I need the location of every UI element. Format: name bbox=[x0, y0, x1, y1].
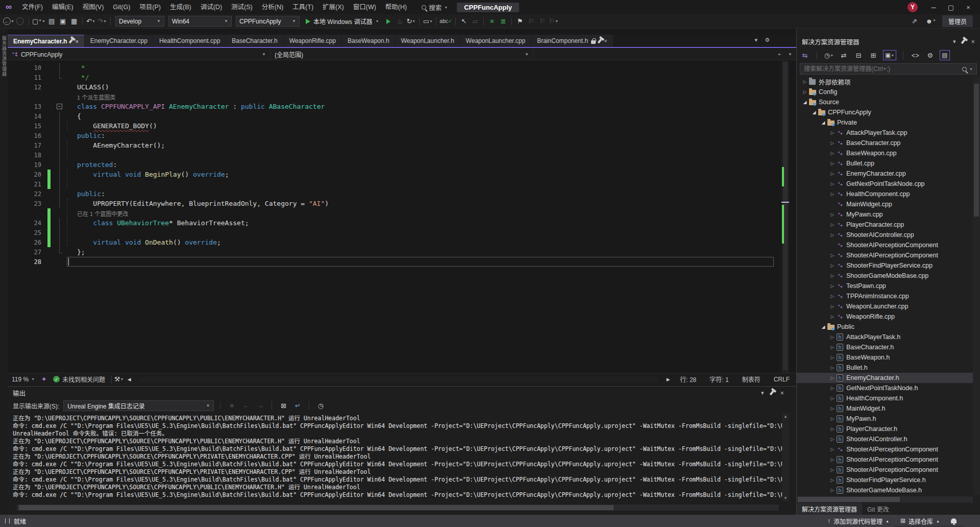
hot-reload-icon[interactable]: ♨ bbox=[395, 16, 405, 27]
solution-search-box[interactable]: ▼ bbox=[800, 63, 977, 75]
document-tab[interactable]: HealthComponent.cpp bbox=[154, 35, 226, 47]
menu-item[interactable]: 调试(D) bbox=[196, 0, 227, 14]
expander-collapsed-icon[interactable]: ▷ bbox=[829, 467, 836, 472]
panel-close-icon[interactable]: × bbox=[780, 389, 784, 397]
expander-collapsed-icon[interactable]: ▷ bbox=[829, 181, 836, 186]
navigate-forward-icon[interactable]: → bbox=[15, 16, 26, 27]
redo-icon[interactable]: ↷▼ bbox=[97, 16, 107, 27]
expander-collapsed-icon[interactable]: ▷ bbox=[829, 304, 836, 309]
code-line[interactable]: 17 AEnemyCharacter(); bbox=[8, 140, 796, 150]
code-line[interactable]: 22public: bbox=[8, 189, 796, 199]
expander-collapsed-icon[interactable]: ▷ bbox=[829, 375, 836, 380]
pin-icon[interactable] bbox=[69, 39, 74, 44]
code-editor[interactable]: 10 *11 */12UCLASS()1 个派生蓝图类13−class CPPF… bbox=[8, 61, 796, 373]
expander-collapsed-icon[interactable]: ▷ bbox=[829, 426, 836, 432]
expander-collapsed-icon[interactable]: ▷ bbox=[829, 437, 836, 442]
collapse-all-icon[interactable]: ⊟ bbox=[853, 50, 864, 61]
zoom-dropdown[interactable]: 119 %▼ bbox=[8, 376, 39, 383]
document-tab[interactable]: BaseWeapon.h bbox=[342, 35, 395, 47]
tree-item[interactable]: ▷hShooterFindPlayerService.h bbox=[797, 475, 973, 485]
column-indicator[interactable]: 字符: 1 bbox=[703, 375, 735, 384]
tree-item[interactable]: ▷⁺₊ShooterAIPerceptionComponent bbox=[797, 250, 973, 260]
expander-collapsed-icon[interactable]: ▷ bbox=[802, 89, 808, 94]
expander-collapsed-icon[interactable]: ▷ bbox=[829, 477, 836, 483]
expander-collapsed-icon[interactable]: ▷ bbox=[829, 191, 836, 197]
save-all-icon[interactable]: ▦ bbox=[69, 16, 79, 27]
attach-process-icon[interactable]: ▭▼ bbox=[423, 16, 433, 27]
tree-item[interactable]: ◢CPPFuncApply bbox=[797, 107, 973, 117]
document-tab[interactable]: WeaponLauncher.cpp bbox=[460, 35, 531, 47]
menu-item[interactable]: 工具(T) bbox=[288, 0, 318, 14]
codelens-info[interactable]: 1 个派生蓝图类 bbox=[67, 93, 115, 101]
code-line[interactable]: 18 bbox=[8, 150, 796, 160]
code-cleanup-broom-icon[interactable]: ⚒▼ bbox=[114, 374, 124, 385]
codelens-info[interactable]: 已在 1 个蓝图中更改 bbox=[67, 209, 128, 218]
live-share-icon[interactable]: ☻⁺ bbox=[925, 16, 936, 27]
tree-item[interactable]: ▷hPlayerCharacter.h bbox=[797, 424, 973, 434]
tree-item[interactable]: ▷⁺₊WeaponLauncher.cpp bbox=[797, 301, 973, 312]
expander-collapsed-icon[interactable]: ▷ bbox=[829, 283, 836, 289]
sync-with-active-document-icon[interactable]: ⇄ bbox=[839, 50, 849, 61]
output-log[interactable]: 正在为 "D:\UEPROJECT\CPPFUNCAPPLY\SOURCE\CP… bbox=[8, 413, 788, 501]
tree-item[interactable]: ⁺₊ShooterAIPerceptionComponent bbox=[797, 240, 973, 250]
output-vertical-scrollbar[interactable]: ▲▼ bbox=[782, 413, 789, 501]
tree-item[interactable]: ▷hBaseWeapon.h bbox=[797, 352, 973, 363]
tree-item[interactable]: ▷hMainWidget.h bbox=[797, 403, 973, 414]
tree-item[interactable]: ▷⁺₊ShooterAIPerceptionComponent bbox=[797, 444, 973, 454]
tree-item[interactable]: ▷⁺₊Bullet.cpp bbox=[797, 158, 973, 169]
expander-collapsed-icon[interactable]: ▷ bbox=[829, 355, 836, 360]
expander-collapsed-icon[interactable]: ▷ bbox=[829, 488, 836, 493]
expander-collapsed-icon[interactable]: ▷ bbox=[829, 151, 836, 156]
tree-item[interactable]: ▷⁺₊EnemyCharacter.cpp bbox=[797, 169, 973, 179]
hscroll-left-icon[interactable]: ◀ bbox=[124, 374, 134, 385]
refresh-icon[interactable]: ↻▼ bbox=[406, 16, 416, 27]
menu-item[interactable]: 文件(F) bbox=[17, 0, 47, 14]
output-horizontal-scrollbar[interactable] bbox=[17, 505, 779, 511]
expander-collapsed-icon[interactable]: ▷ bbox=[829, 273, 836, 278]
split-window-icon[interactable]: ÷ bbox=[778, 51, 781, 57]
tree-item[interactable]: ▷⁺₊WeaponRifle.cpp bbox=[797, 312, 973, 322]
search-button[interactable]: 搜索 ▼ bbox=[416, 3, 453, 12]
panel-close-icon[interactable]: × bbox=[971, 38, 975, 45]
menu-item[interactable]: Git(G) bbox=[108, 0, 135, 14]
tree-item[interactable]: ▷⁺₊ShooterFindPlayerService.cpp bbox=[797, 260, 973, 271]
tree-item[interactable]: ▷hEnemyCharacter.h bbox=[797, 373, 973, 383]
clear-all-icon[interactable]: ⊠ bbox=[278, 400, 288, 411]
document-tab[interactable]: EnemyCharacter.cpp bbox=[85, 35, 153, 47]
start-debugging-button[interactable]: 本地 Windows 调试器▼ bbox=[302, 17, 382, 26]
next-bookmark-icon[interactable]: ⚐ bbox=[537, 16, 548, 27]
expander-collapsed-icon[interactable]: ▷ bbox=[829, 140, 836, 146]
tree-item[interactable]: ▷⁺₊ShooterGameModeBase.cpp bbox=[797, 271, 973, 281]
view-code-icon[interactable]: <> bbox=[910, 50, 920, 61]
tree-item[interactable]: ▷⁺₊BaseCharacter.cpp bbox=[797, 138, 973, 148]
bookmark-icon[interactable]: ⚑ bbox=[515, 16, 525, 27]
codelens-row[interactable]: 1 个派生蓝图类 bbox=[8, 92, 796, 102]
tree-item[interactable]: ◢Public bbox=[797, 322, 973, 332]
tree-item[interactable]: ▷hBullet.h bbox=[797, 363, 973, 373]
document-tab[interactable]: WeaponLauncher.h bbox=[396, 35, 460, 47]
expander-collapsed-icon[interactable]: ▷ bbox=[829, 365, 836, 370]
code-line[interactable]: 28 bbox=[8, 257, 796, 267]
menu-item[interactable]: 分析(N) bbox=[257, 0, 288, 14]
document-tab[interactable]: WeaponRifle.cpp bbox=[284, 35, 341, 47]
pin-icon[interactable] bbox=[598, 38, 602, 43]
maximize-button[interactable]: ▢ bbox=[942, 0, 960, 14]
menu-item[interactable]: 扩展(X) bbox=[318, 0, 349, 14]
tree-item[interactable]: ▷hHealthComponent.h bbox=[797, 393, 973, 403]
tree-horizontal-scrollbar[interactable] bbox=[797, 496, 973, 502]
edit-tool-icon[interactable]: ▱ bbox=[470, 16, 480, 27]
code-line[interactable]: 12UCLASS() bbox=[8, 82, 796, 92]
start-without-debugging-icon[interactable] bbox=[383, 16, 394, 27]
member-scope-dropdown[interactable]: ▼ bbox=[533, 49, 796, 60]
tree-item[interactable]: ▷⁺₊GetNextPointTaskNode.cpp bbox=[797, 179, 973, 189]
expander-collapsed-icon[interactable]: ▷ bbox=[829, 130, 836, 135]
expander-collapsed-icon[interactable]: ▷ bbox=[829, 386, 836, 391]
close-icon[interactable]: × bbox=[604, 38, 607, 44]
tree-item[interactable]: ▷hAttackPlayerTask.h bbox=[797, 332, 973, 342]
expander-collapsed-icon[interactable]: ▷ bbox=[829, 406, 836, 411]
expander-collapsed-icon[interactable]: ▷ bbox=[829, 212, 836, 217]
menu-item[interactable]: 项目(P) bbox=[135, 0, 165, 14]
expander-expanded-icon[interactable]: ◢ bbox=[811, 110, 817, 115]
code-line[interactable]: 20 virtual void BeginPlay() override; bbox=[8, 170, 796, 179]
menu-item[interactable]: 生成(B) bbox=[165, 0, 196, 14]
